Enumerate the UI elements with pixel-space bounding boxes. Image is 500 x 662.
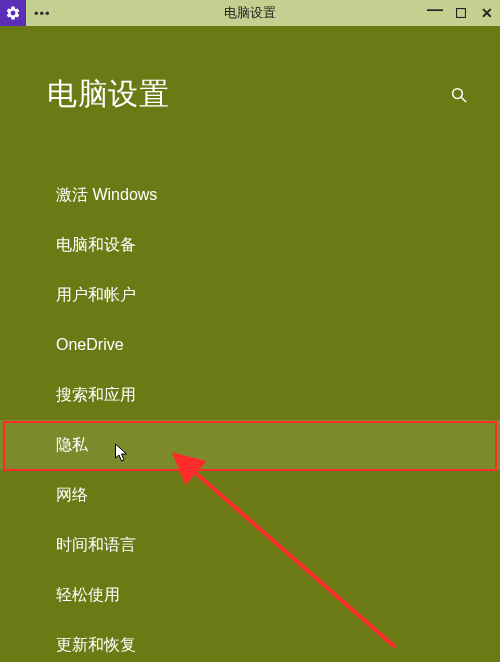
overflow-dots-icon[interactable]: •••	[34, 7, 51, 20]
menu-item-pc-and-devices[interactable]: 电脑和设备	[0, 220, 500, 270]
menu-item-privacy[interactable]: 隐私	[0, 420, 500, 470]
menu-item-label: 更新和恢复	[56, 635, 136, 656]
menu-item-label: 隐私	[56, 435, 88, 456]
search-button[interactable]	[448, 84, 470, 106]
menu-item-label: 轻松使用	[56, 585, 120, 606]
menu-item-label: 用户和帐户	[56, 285, 136, 306]
window-title: 电脑设置	[224, 4, 276, 22]
menu-item-network[interactable]: 网络	[0, 470, 500, 520]
app-icon	[0, 0, 26, 26]
menu-item-label: 时间和语言	[56, 535, 136, 556]
menu-item-users-and-accounts[interactable]: 用户和帐户	[0, 270, 500, 320]
close-button[interactable]: ✕	[474, 0, 500, 26]
menu-item-onedrive[interactable]: OneDrive	[0, 320, 500, 370]
menu-item-ease-of-access[interactable]: 轻松使用	[0, 570, 500, 620]
menu-item-label: 电脑和设备	[56, 235, 136, 256]
page-title: 电脑设置	[47, 74, 169, 115]
menu-item-activate-windows[interactable]: 激活 Windows	[0, 170, 500, 220]
menu-item-time-and-language[interactable]: 时间和语言	[0, 520, 500, 570]
menu-item-label: 网络	[56, 485, 88, 506]
menu-item-search-and-apps[interactable]: 搜索和应用	[0, 370, 500, 420]
menu-item-label: OneDrive	[56, 336, 124, 354]
menu-item-update-and-recovery[interactable]: 更新和恢复	[0, 620, 500, 662]
minimize-button[interactable]: —	[422, 0, 448, 23]
settings-menu: 激活 Windows 电脑和设备 用户和帐户 OneDrive 搜索和应用 隐私…	[0, 170, 500, 662]
header: 电脑设置	[47, 74, 470, 115]
maximize-button[interactable]	[448, 0, 474, 26]
settings-body: 电脑设置 激活 Windows 电脑和设备 用户和帐户 OneDrive 搜索和…	[0, 26, 500, 662]
menu-item-label: 搜索和应用	[56, 385, 136, 406]
titlebar: ••• 电脑设置 — ✕	[0, 0, 500, 26]
gear-icon	[5, 5, 21, 21]
menu-item-label: 激活 Windows	[56, 185, 157, 206]
search-icon	[450, 86, 468, 104]
svg-rect-0	[457, 9, 466, 18]
svg-line-2	[461, 97, 466, 102]
window-controls: — ✕	[422, 0, 500, 26]
